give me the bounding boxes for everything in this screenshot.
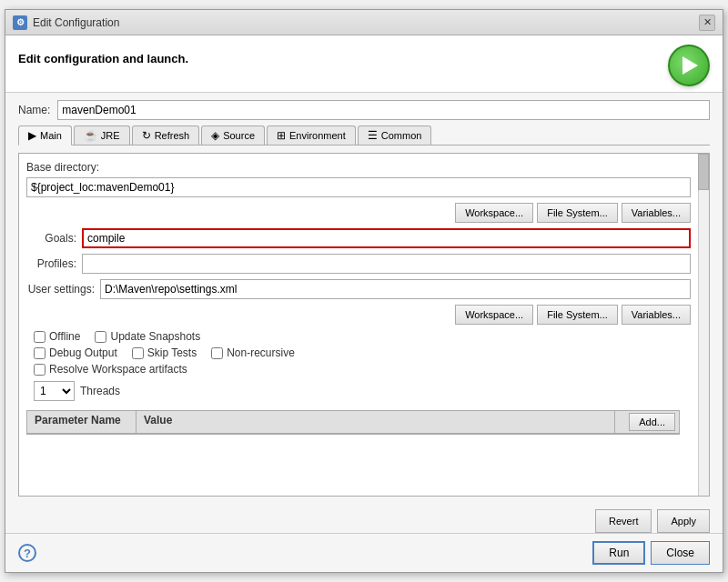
jre-tab-icon: ☕ [84,129,97,142]
non-recursive-label: Non-recursive [227,346,295,359]
tab-refresh[interactable]: ↻ Refresh [132,125,200,145]
footer-right: Run Close [592,541,710,565]
dialog-close-button[interactable]: Close [651,541,710,565]
update-snapshots-checkbox[interactable] [95,331,106,343]
name-input[interactable] [57,100,710,120]
profiles-row: Profiles: [26,254,702,274]
tab-jre-label: JRE [101,130,120,141]
revert-apply-row: Revert Apply [5,504,723,533]
checkbox-row-1: Offline Update Snapshots [34,330,702,343]
skip-tests-checkbox[interactable] [132,347,144,359]
table-col-param-name: Parameter Name [27,411,136,433]
update-snapshots-checkbox-item[interactable]: Update Snapshots [95,330,200,343]
threads-row: 1 2 4 Threads [26,381,702,401]
resolve-workspace-label: Resolve Workspace artifacts [49,363,187,376]
main-tab-icon: ▶ [28,129,36,142]
threads-label: Threads [80,385,120,397]
dialog-header: Edit configuration and launch. [5,35,723,93]
debug-output-label: Debug Output [49,346,117,359]
goals-row: Goals: [26,228,702,248]
tab-main[interactable]: ▶ Main [18,125,72,146]
apply-button[interactable]: Apply [657,509,710,533]
variables-button-1[interactable]: Variables... [622,203,691,223]
offline-checkbox-item[interactable]: Offline [34,330,80,343]
profiles-input[interactable] [82,254,691,274]
non-recursive-checkbox-item[interactable]: Non-recursive [211,346,295,359]
footer-left: ? [18,544,36,562]
name-row: Name: [18,100,710,120]
tab-jre[interactable]: ☕ JRE [74,125,130,145]
tab-content-area: Base directory: Workspace... File System… [18,153,710,497]
table-col-value: Value [136,411,615,433]
tabs: ▶ Main ☕ JRE ↻ Refresh ◈ Source ⊞ Enviro… [18,125,710,146]
profiles-label: Profiles: [26,257,76,270]
scrollbar-thumb[interactable] [698,154,709,190]
threads-select[interactable]: 1 2 4 [34,381,75,401]
refresh-tab-icon: ↻ [142,129,151,142]
dialog-icon: ⚙ [13,15,27,30]
goals-label: Goals: [26,232,76,245]
dialog-body: Name: ▶ Main ☕ JRE ↻ Refresh ◈ Source ⊞ [5,93,723,504]
resolve-workspace-checkbox-item[interactable]: Resolve Workspace artifacts [34,363,187,376]
file-system-button-2[interactable]: File System... [537,305,618,325]
close-icon[interactable]: ✕ [699,15,715,31]
name-label: Name: [18,104,50,116]
base-dir-input[interactable] [26,177,691,197]
tab-source-label: Source [223,130,255,141]
parameter-table-container: Parameter Name Value Add... [26,410,691,488]
title-bar-left: ⚙ Edit Configuration [13,15,119,30]
user-settings-button-row: Workspace... File System... Variables... [26,305,702,325]
workspace-button-2[interactable]: Workspace... [455,305,533,325]
checkbox-row-3: Resolve Workspace artifacts [34,363,702,376]
scrollbar-track[interactable] [698,154,709,496]
debug-output-checkbox[interactable] [34,347,46,359]
tab-common-label: Common [381,130,422,141]
add-button[interactable]: Add... [629,413,675,431]
offline-checkbox[interactable] [34,331,46,343]
run-button[interactable]: Run [592,541,645,565]
common-tab-icon: ☰ [368,129,378,142]
run-icon[interactable] [668,45,710,86]
base-dir-button-row: Workspace... File System... Variables... [26,203,702,223]
checkbox-row-2: Debug Output Skip Tests Non-recursive [34,346,702,359]
tab-source[interactable]: ◈ Source [201,125,265,145]
header-title: Edit configuration and launch. [18,52,188,65]
goals-input[interactable] [82,228,691,248]
tab-main-label: Main [40,130,62,141]
file-system-button-1[interactable]: File System... [537,203,618,223]
source-tab-icon: ◈ [211,129,219,142]
offline-label: Offline [49,330,80,343]
run-triangle [682,56,698,75]
dialog-title: Edit Configuration [33,16,119,29]
workspace-button-1[interactable]: Workspace... [455,203,533,223]
table-header: Parameter Name Value Add... [27,411,679,434]
debug-output-checkbox-item[interactable]: Debug Output [34,346,117,359]
resolve-workspace-checkbox[interactable] [34,364,46,376]
base-dir-section: Base directory: [26,161,702,197]
update-snapshots-label: Update Snapshots [110,330,200,343]
parameter-table: Parameter Name Value Add... [26,410,680,435]
title-bar: ⚙ Edit Configuration ✕ [5,10,723,35]
revert-button[interactable]: Revert [595,509,652,533]
tab-common[interactable]: ☰ Common [358,125,432,145]
help-icon[interactable]: ? [18,544,36,562]
user-settings-row: User settings: [26,279,702,299]
variables-button-2[interactable]: Variables... [622,305,691,325]
edit-configuration-dialog: ⚙ Edit Configuration ✕ Edit configuratio… [5,9,723,573]
checkboxes-group: Offline Update Snapshots Debug Output Sk… [26,330,702,376]
tab-environment-label: Environment [289,130,346,141]
non-recursive-checkbox[interactable] [211,347,223,359]
tab-refresh-label: Refresh [155,130,190,141]
skip-tests-label: Skip Tests [147,346,197,359]
user-settings-input[interactable] [100,279,691,299]
base-dir-label: Base directory: [26,161,702,174]
user-settings-label: User settings: [26,283,95,296]
dialog-footer: ? Run Close [5,533,723,572]
tab-environment[interactable]: ⊞ Environment [267,125,356,145]
environment-tab-icon: ⊞ [277,129,286,142]
skip-tests-checkbox-item[interactable]: Skip Tests [132,346,197,359]
